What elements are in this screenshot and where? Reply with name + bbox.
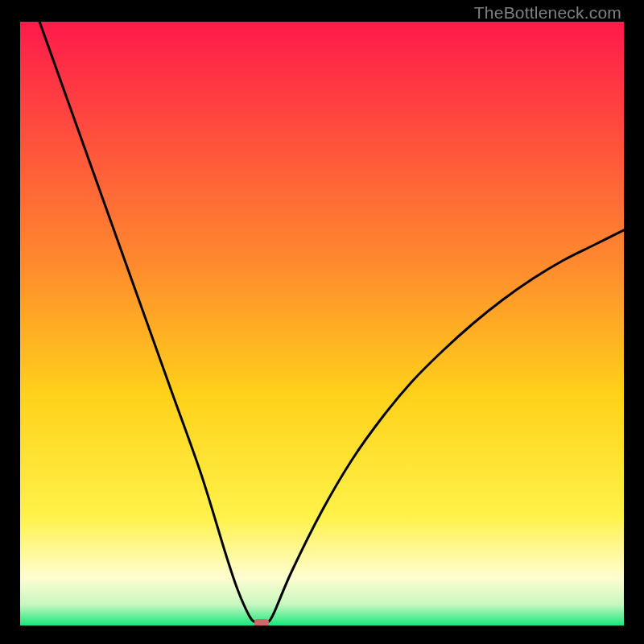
bottleneck-chart	[20, 22, 624, 625]
optimum-marker	[254, 619, 269, 625]
chart-frame	[20, 22, 624, 625]
attribution-text: TheBottleneck.com	[474, 3, 621, 23]
gradient-background	[20, 22, 624, 625]
